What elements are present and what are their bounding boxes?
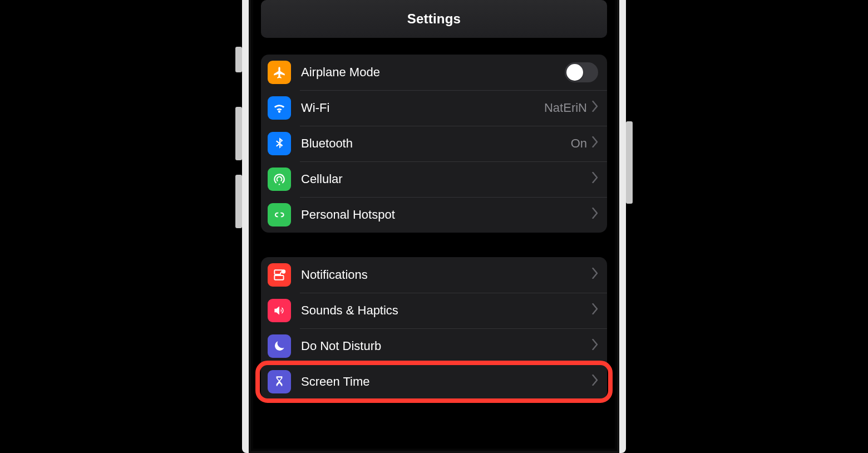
row-do-not-disturb[interactable]: Do Not Disturb (261, 328, 607, 364)
settings-group-general: Notifications Sounds & Haptics Do Not Di… (261, 257, 607, 400)
svg-point-0 (282, 270, 285, 273)
page-title: Settings (407, 11, 461, 27)
chevron-right-icon (591, 101, 598, 115)
row-label: Notifications (301, 268, 591, 282)
row-label: Wi-Fi (301, 101, 544, 115)
row-airplane-mode[interactable]: Airplane Mode (261, 55, 607, 90)
nav-bar: Settings (261, 0, 607, 38)
row-label: Personal Hotspot (301, 208, 591, 222)
notifications-icon (268, 263, 291, 287)
sounds-icon (268, 299, 291, 322)
hotspot-icon (268, 203, 291, 226)
chevron-right-icon (591, 172, 598, 186)
volume-down-btn (235, 175, 242, 228)
bluetooth-icon (268, 132, 291, 155)
moon-icon (268, 334, 291, 358)
chevron-right-icon (591, 136, 598, 151)
chevron-right-icon (591, 339, 598, 353)
row-label: Airplane Mode (301, 65, 565, 80)
phone-frame: Settings Airplane Mode Wi-Fi NatEriN (242, 0, 626, 453)
row-sounds-haptics[interactable]: Sounds & Haptics (261, 293, 607, 328)
row-notifications[interactable]: Notifications (261, 257, 607, 293)
row-value: NatEriN (544, 101, 587, 115)
volume-up-btn (235, 107, 242, 160)
mute-switch (235, 47, 242, 72)
settings-group-connectivity: Airplane Mode Wi-Fi NatEriN Bluetooth On (261, 55, 607, 233)
row-screen-time[interactable]: Screen Time (261, 364, 607, 400)
hourglass-icon (268, 370, 291, 393)
cellular-icon (268, 168, 291, 191)
chevron-right-icon (591, 208, 598, 222)
row-cellular[interactable]: Cellular (261, 161, 607, 197)
row-label: Sounds & Haptics (301, 303, 591, 318)
airplane-icon (268, 61, 291, 84)
power-btn (626, 121, 633, 204)
chevron-right-icon (591, 268, 598, 282)
row-bluetooth[interactable]: Bluetooth On (261, 126, 607, 161)
row-wifi[interactable]: Wi-Fi NatEriN (261, 90, 607, 126)
airplane-toggle[interactable] (565, 62, 598, 82)
chevron-right-icon (591, 303, 598, 318)
row-label: Bluetooth (301, 136, 571, 151)
row-personal-hotspot[interactable]: Personal Hotspot (261, 197, 607, 233)
wifi-icon (268, 96, 291, 120)
chevron-right-icon (591, 375, 598, 389)
row-value: On (571, 136, 587, 151)
row-label: Cellular (301, 172, 591, 186)
screen: Settings Airplane Mode Wi-Fi NatEriN (253, 0, 615, 449)
row-label: Do Not Disturb (301, 339, 591, 353)
row-label: Screen Time (301, 375, 591, 389)
